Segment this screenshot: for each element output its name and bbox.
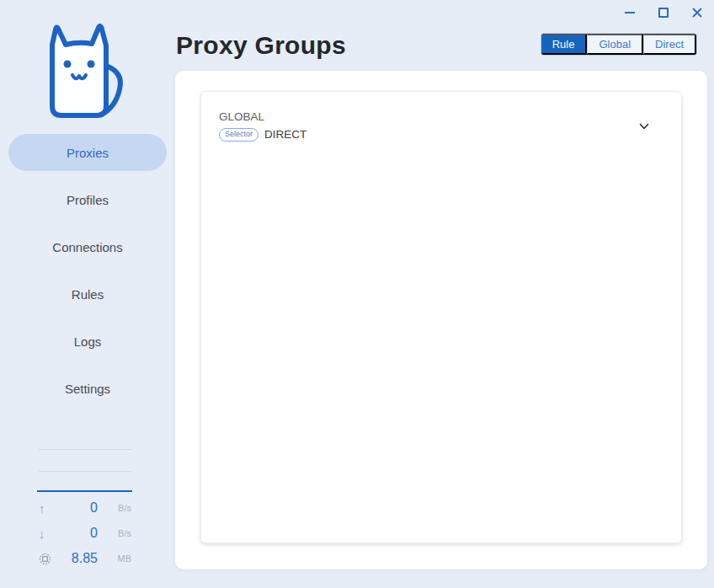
mode-global-label: Global	[599, 38, 631, 51]
sidebar-item-label: Profiles	[67, 193, 109, 207]
cat-logo	[45, 22, 130, 125]
close-icon	[691, 7, 703, 19]
upload-speed-unit: B/s	[98, 503, 131, 513]
group-selection-row: Selector DIRECT	[219, 128, 664, 142]
sidebar-item-label: Rules	[72, 287, 104, 302]
cat-logo-icon	[45, 22, 130, 121]
sidebar-item-label: Connections	[52, 240, 122, 254]
network-usage-icon	[39, 553, 54, 565]
sidebar-item-settings[interactable]: Settings	[8, 370, 167, 407]
sidebar-item-logs[interactable]: Logs	[8, 323, 167, 360]
sidebar: Proxies Profiles Connections Rules Logs …	[0, 0, 175, 588]
chevron-down-icon[interactable]	[637, 120, 651, 136]
arrow-down-icon: ↓	[39, 527, 54, 540]
sidebar-item-rules[interactable]: Rules	[8, 275, 167, 313]
proxy-group-card: GLOBAL Selector DIRECT	[200, 91, 682, 543]
traffic-stats: ↑ 0 B/s ↓ 0 B/s 8.85 MB	[0, 495, 175, 571]
download-speed-unit: B/s	[98, 528, 131, 538]
upload-speed-value: 0	[54, 500, 98, 516]
upload-stat-row: ↑ 0 B/s	[0, 495, 175, 521]
upload-sparkline	[39, 449, 131, 450]
minimize-icon	[625, 12, 635, 13]
group-name: GLOBAL	[219, 110, 664, 123]
mode-direct-label: Direct	[655, 38, 684, 51]
window-controls	[613, 0, 714, 25]
mode-rule-button[interactable]: Rule	[541, 34, 588, 55]
group-type-badge: Selector	[219, 128, 258, 142]
maximize-icon	[658, 8, 669, 18]
group-selected-proxy: DIRECT	[264, 128, 306, 141]
sparkline-axis	[37, 490, 132, 492]
download-stat-row: ↓ 0 B/s	[0, 521, 175, 546]
total-traffic-stat-row: 8.85 MB	[0, 546, 175, 571]
arrow-up-icon: ↑	[39, 502, 54, 515]
total-traffic-value: 8.85	[54, 551, 98, 566]
sidebar-item-profiles[interactable]: Profiles	[8, 181, 167, 218]
page-title: Proxy Groups	[176, 31, 346, 60]
sidebar-item-proxies[interactable]: Proxies	[8, 134, 167, 171]
sidebar-nav: Proxies Profiles Connections Rules Logs …	[0, 134, 175, 417]
sidebar-item-label: Proxies	[67, 146, 109, 160]
download-speed-value: 0	[54, 526, 98, 541]
close-button[interactable]	[680, 0, 714, 25]
sidebar-item-label: Settings	[65, 382, 110, 396]
maximize-button[interactable]	[647, 0, 680, 25]
minimize-button[interactable]	[613, 0, 647, 25]
sidebar-item-label: Logs	[74, 334, 102, 349]
total-traffic-unit: MB	[98, 553, 131, 564]
proxy-group-header[interactable]: GLOBAL Selector DIRECT	[201, 92, 681, 142]
mode-direct-button[interactable]: Direct	[643, 34, 696, 55]
app-window: Proxies Profiles Connections Rules Logs …	[0, 0, 714, 588]
sidebar-item-connections[interactable]: Connections	[8, 228, 167, 265]
proxy-groups-panel: GLOBAL Selector DIRECT	[175, 71, 707, 569]
download-sparkline	[39, 471, 131, 472]
mode-global-button[interactable]: Global	[587, 34, 643, 55]
mode-selector: Rule Global Direct	[541, 33, 697, 56]
mode-rule-label: Rule	[552, 38, 575, 51]
